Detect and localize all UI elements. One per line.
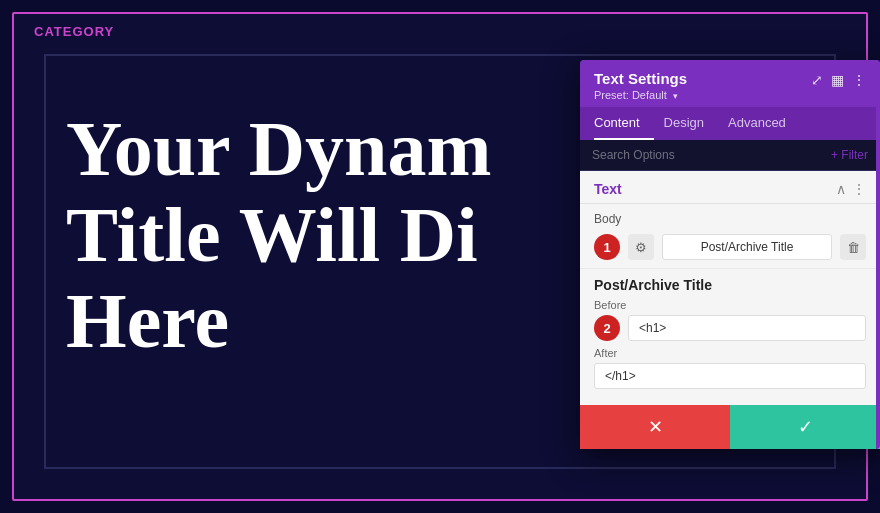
big-text-line2: Title Will Di [66, 192, 491, 278]
tab-design[interactable]: Design [664, 107, 718, 140]
body-label: Body [580, 204, 880, 230]
preset-arrow-icon: ▾ [673, 91, 678, 101]
cancel-icon: ✕ [648, 416, 663, 438]
delete-field-button[interactable]: 🗑 [840, 234, 866, 260]
expand-icon[interactable]: ⤢ [811, 72, 823, 88]
panel-body: Text ∧ ⋮ Body 1 ⚙ Post/Archive Title 🗑 P… [580, 171, 880, 405]
dynamic-field-row: 1 ⚙ Post/Archive Title 🗑 [580, 230, 880, 268]
big-text: Your Dynam Title Will Di Here [66, 106, 491, 363]
save-button[interactable]: ✓ [730, 405, 880, 449]
section-header-icons: ∧ ⋮ [836, 181, 866, 197]
before-input[interactable]: <h1> [628, 315, 866, 341]
after-input[interactable]: </h1> [594, 363, 866, 389]
section-more-icon[interactable]: ⋮ [852, 181, 866, 197]
section-header: Text ∧ ⋮ [580, 171, 880, 204]
save-icon: ✓ [798, 416, 813, 438]
panel-header-icons: ⤢ ▦ ⋮ [811, 72, 866, 88]
field-value: Post/Archive Title [662, 234, 832, 260]
panel-footer: ✕ ✓ [580, 405, 880, 449]
panel-search-row: Search Options + Filter [580, 140, 880, 171]
cancel-button[interactable]: ✕ [580, 405, 730, 449]
settings-panel: Text Settings Preset: Default ▾ ⤢ ▦ ⋮ Co… [580, 60, 880, 449]
tab-advanced[interactable]: Advanced [728, 107, 800, 140]
before-field-row: 2 <h1> [594, 315, 866, 347]
panel-title: Text Settings [594, 70, 687, 87]
panel-header: Text Settings Preset: Default ▾ ⤢ ▦ ⋮ [580, 60, 880, 107]
panel-tabs: Content Design Advanced [580, 107, 880, 140]
before-label: Before [594, 299, 866, 311]
section-title: Text [594, 181, 622, 197]
category-label: CATEGORY [34, 24, 114, 39]
chevron-up-icon[interactable]: ∧ [836, 181, 846, 197]
panel-title-group: Text Settings Preset: Default ▾ [594, 70, 687, 101]
more-icon[interactable]: ⋮ [852, 72, 866, 88]
badge-2: 2 [594, 315, 620, 341]
post-archive-section: Post/Archive Title Before 2 <h1> After <… [580, 268, 880, 405]
big-text-line1: Your Dynam [66, 106, 491, 192]
panel-preset[interactable]: Preset: Default ▾ [594, 89, 687, 101]
columns-icon[interactable]: ▦ [831, 72, 844, 88]
filter-button[interactable]: + Filter [831, 148, 868, 162]
search-options-input[interactable]: Search Options [592, 148, 831, 162]
after-label: After [594, 347, 866, 359]
tab-content[interactable]: Content [594, 107, 654, 140]
badge-1: 1 [594, 234, 620, 260]
post-archive-title: Post/Archive Title [594, 277, 866, 293]
big-text-line3: Here [66, 278, 491, 364]
scroll-accent [876, 60, 880, 449]
gear-icon-btn[interactable]: ⚙ [628, 234, 654, 260]
